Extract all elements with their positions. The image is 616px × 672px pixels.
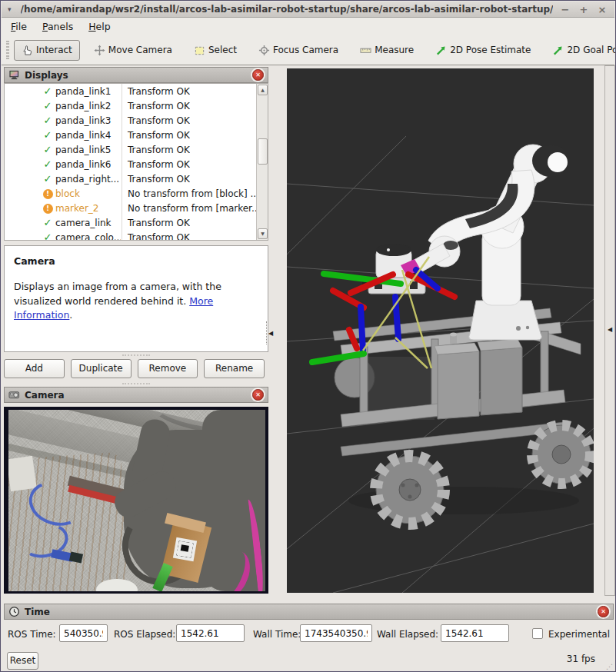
row-name: panda_link5 — [55, 145, 121, 155]
collapsed-right-panel[interactable]: ◀ — [604, 65, 615, 596]
row-name: panda_right... — [55, 174, 121, 185]
white-box — [8, 456, 37, 491]
row-name: panda_link3 — [55, 115, 121, 126]
camera-image — [8, 410, 265, 591]
displays-panel-header[interactable]: Displays ✕ — [4, 67, 268, 83]
table-row[interactable]: ✓panda_link2Transform OK — [5, 98, 268, 113]
tool-2d-pose-estimate[interactable]: 2D Pose Estimate — [428, 40, 538, 61]
table-row[interactable]: !blockNo transform from [block] ... — [5, 186, 268, 201]
description-period: . — [69, 309, 72, 321]
close-window-button[interactable]: × — [596, 4, 608, 15]
table-row[interactable]: ✓camera_colo...Transform OK — [5, 230, 268, 241]
ros-elapsed-field[interactable] — [176, 624, 245, 642]
scroll-down-icon[interactable]: ▼ — [258, 228, 268, 239]
ros-time-field[interactable] — [59, 624, 108, 642]
displays-tree[interactable]: ✓panda_link1Transform OK ✓panda_link2Tra… — [4, 83, 268, 241]
camera-icon — [8, 389, 20, 401]
hand-icon — [22, 45, 33, 56]
table-row[interactable]: ✓panda_right...Transform OK — [5, 171, 268, 186]
rename-button[interactable]: Rename — [204, 359, 265, 378]
row-status: Transform OK — [121, 101, 190, 111]
displays-close-icon[interactable]: ✕ — [252, 69, 264, 81]
wall-elapsed-field[interactable] — [441, 624, 509, 642]
ruler-icon — [360, 45, 371, 56]
green-arrow-icon — [552, 45, 564, 56]
3d-viewport[interactable] — [287, 68, 594, 593]
camera-panel-header[interactable]: Camera ✕ — [4, 387, 268, 403]
table-row[interactable]: !marker_2No transform from [marker... — [5, 201, 268, 215]
scroll-up-icon[interactable]: ▲ — [258, 85, 268, 95]
row-status: Transform OK — [121, 130, 190, 141]
tool-label: 2D Pose Estimate — [450, 45, 531, 55]
window-menu-icon[interactable]: ▾ — [8, 5, 12, 13]
wall-elapsed-label: Wall Elapsed: — [377, 629, 438, 640]
table-row[interactable]: ✓panda_link6Transform OK — [5, 157, 268, 171]
table-row[interactable]: ✓panda_link1Transform OK — [5, 84, 268, 98]
wall-time-field[interactable] — [300, 624, 372, 642]
mecanum-wheel — [532, 425, 591, 484]
row-status: No transform from [block] ... — [121, 188, 259, 199]
table-row[interactable]: ✓panda_link5Transform OK — [5, 142, 268, 157]
resize-grip[interactable]: ⋰ — [606, 663, 613, 670]
tool-move-camera[interactable]: Move Camera — [86, 40, 180, 61]
row-name: panda_link2 — [55, 101, 121, 111]
3d-scene — [287, 68, 594, 593]
aruco-pattern — [176, 541, 193, 557]
scrollbar-thumb[interactable] — [258, 138, 268, 165]
description-title: Camera — [14, 254, 258, 269]
collapse-left-icon: ◀ — [268, 330, 273, 337]
tool-focus-camera[interactable]: Focus Camera — [251, 40, 346, 61]
ok-check-icon: ✓ — [40, 173, 55, 185]
row-status: Transform OK — [121, 115, 190, 126]
camera-close-icon[interactable]: ✕ — [252, 389, 264, 401]
ros-elapsed-label: ROS Elapsed: — [114, 629, 175, 640]
experimental-checkbox[interactable] — [532, 628, 543, 639]
wall-time-label: Wall Time: — [253, 629, 301, 640]
time-panel-header[interactable]: Time ✕ — [4, 604, 614, 620]
displays-icon — [8, 69, 20, 81]
displays-panel-title: Displays — [25, 70, 248, 81]
splitter-dots — [266, 321, 267, 344]
time-close-icon[interactable]: ✕ — [598, 606, 609, 617]
row-status: Transform OK — [121, 232, 190, 241]
warning-icon: ! — [43, 204, 53, 214]
display-description: Camera Displays an image from a camera, … — [4, 245, 268, 352]
duplicate-button[interactable]: Duplicate — [71, 359, 132, 378]
menu-help[interactable]: Help — [88, 21, 111, 32]
tool-interact[interactable]: Interact — [14, 40, 80, 61]
collapse-left-icon: ◀ — [608, 326, 612, 333]
tool-label: Focus Camera — [273, 45, 338, 55]
reset-button[interactable]: Reset — [7, 652, 38, 670]
ok-check-icon: ✓ — [40, 85, 55, 97]
panel-splitter[interactable] — [122, 354, 150, 356]
mecanum-wheel — [376, 456, 444, 524]
remove-button[interactable]: Remove — [138, 359, 198, 378]
menu-file[interactable]: File — [11, 21, 27, 32]
tool-2d-goal-pose[interactable]: 2D Goal Pose — [544, 40, 616, 61]
menu-panels[interactable]: Panels — [42, 21, 73, 32]
move-arrows-icon — [94, 45, 105, 56]
panel-splitter[interactable] — [122, 383, 150, 384]
left-splitter-handle[interactable]: ◀ — [266, 321, 277, 345]
experimental-label: Experimental — [548, 629, 610, 640]
rviz-window: ▾ /home/amirandap/wsr2/install/arcos-lab… — [0, 0, 616, 672]
tool-label: 2D Goal Pose — [567, 45, 616, 55]
ok-check-icon: ✓ — [40, 231, 55, 241]
row-name: panda_link4 — [55, 130, 121, 141]
titlebar[interactable]: ▾ /home/amirandap/wsr2/install/arcos-lab… — [2, 2, 614, 18]
tree-scrollbar[interactable]: ▲ ▼ — [256, 84, 268, 240]
ok-check-icon: ✓ — [40, 144, 55, 155]
minimize-button[interactable]: − — [559, 4, 571, 15]
row-status: Transform OK — [121, 174, 190, 185]
tool-select[interactable]: Select — [186, 40, 245, 61]
tool-label: Select — [208, 45, 237, 55]
time-panel-title: Time — [25, 607, 593, 617]
tool-measure[interactable]: Measure — [352, 40, 421, 61]
table-row[interactable]: ✓camera_linkTransform OK — [5, 215, 268, 230]
table-row[interactable]: ✓panda_link3Transform OK — [5, 113, 268, 128]
window-title: /home/amirandap/wsr2/install/arcos-lab-a… — [21, 4, 553, 15]
add-button[interactable]: Add — [4, 359, 65, 378]
maximize-button[interactable]: + — [578, 4, 590, 15]
toolbar-drag-handle[interactable] — [6, 41, 9, 59]
table-row[interactable]: ✓panda_link4Transform OK — [5, 128, 268, 142]
